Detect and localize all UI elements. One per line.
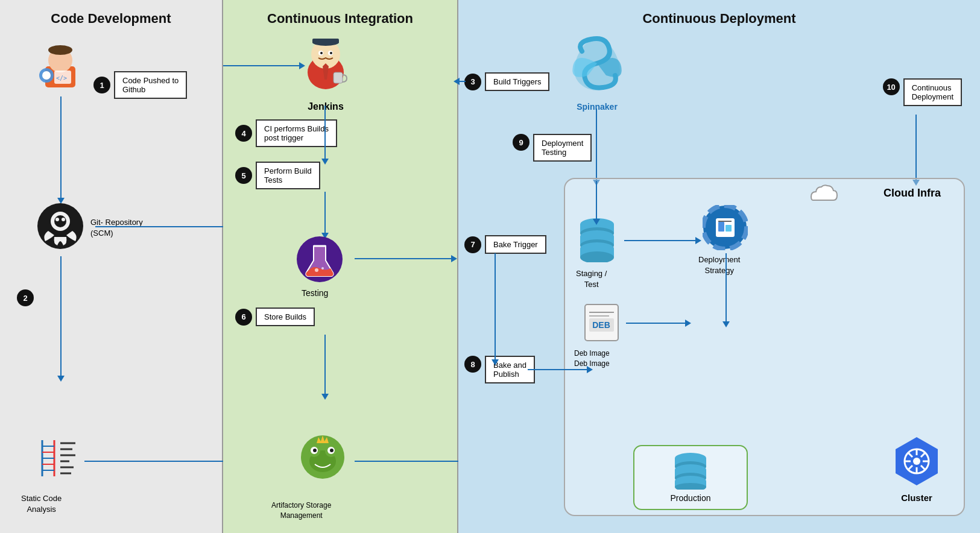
step9-row: 9 DeploymentTesting <box>513 134 592 162</box>
bake-trigger-label: Bake Trigger <box>485 235 546 254</box>
badge-1: 1 <box>93 77 110 93</box>
arrow-testing-bake <box>355 258 452 259</box>
arrow-staging-to-deploy <box>624 240 697 241</box>
svg-rect-28 <box>312 39 339 43</box>
arrow-bake-to-deb <box>528 369 588 370</box>
badge-5: 5 <box>235 167 252 184</box>
svg-text:DEB: DEB <box>592 320 610 330</box>
section-ci: Continuous Integration <box>223 0 458 533</box>
step4-row: 4 CI performs Buildspost trigger <box>235 119 337 147</box>
deployment-strategy-icon <box>703 205 748 253</box>
static-code-icon <box>30 437 78 482</box>
build-triggers-label: Build Triggers <box>485 72 549 91</box>
arrow-git-to-ci <box>95 226 225 227</box>
arrow-cd10-down <box>915 115 917 181</box>
arrow-deb-right <box>626 323 686 324</box>
svg-point-2 <box>48 45 72 55</box>
badge-6: 6 <box>235 309 252 326</box>
testing-icon <box>296 235 344 286</box>
spinnaker-icon: Spinnaker <box>564 30 630 112</box>
badge-9: 9 <box>513 134 530 151</box>
developer-icon: </> <box>33 39 87 96</box>
code-pushed-label: Code Pushed toGithub <box>114 71 187 99</box>
jenkins-icon: Jenkins <box>299 36 353 112</box>
step10-row: 10 ContinuousDeployment <box>883 78 962 106</box>
svg-rect-33 <box>334 72 343 83</box>
production-box: Production <box>633 445 748 510</box>
badge-8: 8 <box>464 356 481 373</box>
jenkins-label: Jenkins <box>299 101 353 112</box>
production-label: Production <box>640 493 741 503</box>
main-diagram: Code Development </> 1 Code P <box>0 0 980 533</box>
perform-build-label: Perform BuildTests <box>256 162 320 189</box>
cd-title: Continuous Deployment <box>458 0 980 27</box>
svg-point-32 <box>330 52 332 54</box>
svg-rect-57 <box>718 222 724 232</box>
arrow-deploy-strat-down <box>726 253 727 323</box>
badge-3: 3 <box>464 74 481 90</box>
cloud-infra-icon <box>808 181 841 210</box>
staging-label: Staging /Test <box>576 268 607 290</box>
code-dev-title: Code Development <box>0 0 222 27</box>
deployment-testing-label: DeploymentTesting <box>533 134 592 162</box>
arrow-git-down <box>60 256 62 377</box>
svg-point-43 <box>313 449 317 452</box>
step3-row: 3 Build Triggers <box>464 72 549 91</box>
svg-point-31 <box>320 52 323 54</box>
badge-4: 4 <box>235 125 252 142</box>
git-repo-label: Git- Repository(SCM) <box>90 217 143 239</box>
production-db-icon <box>640 452 741 490</box>
step5-row: 5 Perform BuildTests <box>235 162 320 189</box>
svg-rect-58 <box>726 225 732 232</box>
badge-7: 7 <box>464 236 481 253</box>
svg-point-44 <box>330 449 334 452</box>
github-icon <box>36 202 84 253</box>
svg-point-9 <box>54 215 66 227</box>
arrow-bake-trig-down <box>495 253 496 361</box>
cloud-infra-title: Cloud Infra <box>884 187 941 200</box>
step6-row: 6 Store Builds <box>235 308 315 326</box>
arrow-bt-left <box>458 81 466 82</box>
arrow-jenkins-down <box>324 106 326 160</box>
deb-icon: DEB <box>582 301 621 346</box>
step8-row: 8 Bake andPublish <box>464 356 535 383</box>
static-code-label: Static CodeAnalysis <box>21 493 62 515</box>
continuous-deployment-label: ContinuousDeployment <box>903 78 962 106</box>
cluster-icon: Cluster <box>890 434 944 503</box>
svg-point-35 <box>315 268 318 272</box>
deployment-strategy-label: DeploymentStrategy <box>698 254 740 276</box>
cluster-label: Cluster <box>890 493 944 503</box>
svg-point-11 <box>62 218 65 221</box>
badge-2: 2 <box>17 289 34 306</box>
arrow-to-jenkins <box>223 65 300 66</box>
arrow-dev-to-git <box>60 96 62 199</box>
jfrog-icon <box>296 434 350 488</box>
store-builds-label: Store Builds <box>256 308 315 326</box>
svg-point-10 <box>55 218 59 221</box>
svg-point-4 <box>42 71 51 80</box>
section-code-development: Code Development </> 1 Code P <box>0 0 223 533</box>
arrow-build-to-testing <box>324 192 326 234</box>
ci-title: Continuous Integration <box>223 0 457 27</box>
section-cd: Continuous Deployment Spinnaker 3 Build … <box>458 0 980 533</box>
artifactory-label: Artifactory StorageManagement <box>271 500 331 521</box>
arrow-jfrog-to-cd <box>355 461 462 462</box>
testing-label: Testing <box>302 288 328 298</box>
svg-point-76 <box>913 458 920 465</box>
badge-2-container: 2 <box>17 289 34 306</box>
badge-10: 10 <box>883 78 900 95</box>
arrow-to-jfrog <box>324 335 326 395</box>
svg-point-36 <box>321 267 324 270</box>
arrow-spinnaker-to-staging-v <box>596 181 597 220</box>
step1-row: 1 Code Pushed toGithub <box>93 71 187 99</box>
arrow-spinnaker-down <box>596 109 597 181</box>
spinnaker-label: Spinnaker <box>564 102 630 112</box>
arrow-static-to-ci <box>84 461 226 462</box>
svg-text:</>: </> <box>56 75 67 81</box>
step7-row: 7 Bake Trigger <box>464 235 546 254</box>
